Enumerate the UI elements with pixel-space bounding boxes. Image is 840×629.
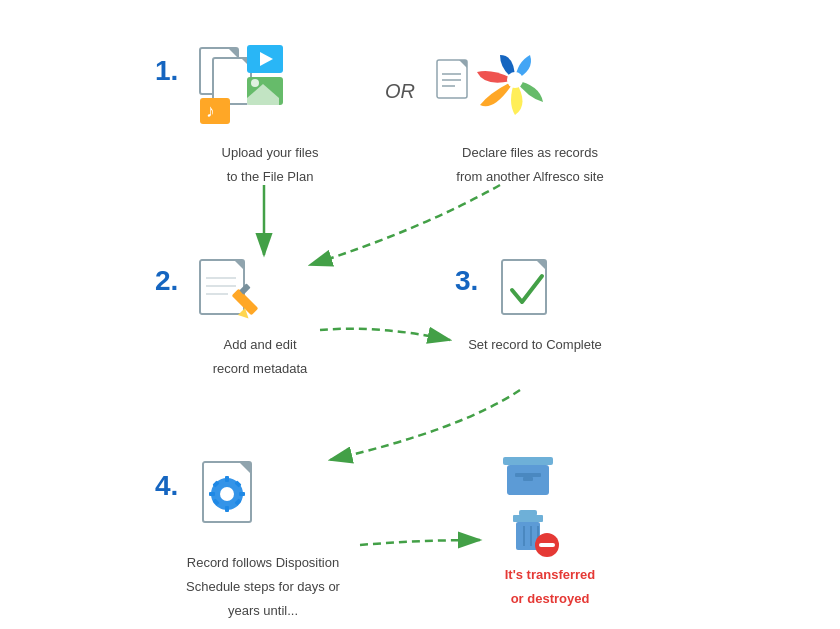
step2-caption: Add and edit record metadata	[195, 330, 325, 378]
step3-caption: Set record to Complete	[455, 330, 615, 354]
svg-rect-12	[200, 98, 230, 124]
svg-rect-47	[513, 515, 543, 522]
svg-point-10	[251, 79, 259, 87]
svg-rect-37	[239, 492, 245, 496]
svg-rect-53	[539, 543, 555, 547]
step4-icon-area	[195, 460, 270, 536]
diagram-container: 1. ♪ Upload your files to the File Plan	[0, 0, 840, 629]
svg-rect-44	[515, 473, 541, 477]
step4-caption: Record follows Disposition Schedule step…	[163, 548, 363, 621]
step1-icon-area: ♪	[195, 40, 290, 129]
transferred-caption: It's transferred or destroyed	[490, 560, 610, 608]
step4-label: 4.	[155, 470, 178, 502]
step2-icon-area	[198, 258, 273, 327]
svg-rect-34	[225, 476, 229, 482]
svg-rect-28	[502, 260, 546, 314]
arrows-overlay	[0, 0, 840, 629]
svg-rect-35	[225, 506, 229, 512]
svg-point-19	[507, 72, 523, 88]
declare-icon-area	[435, 40, 565, 134]
svg-rect-5	[213, 58, 251, 104]
svg-rect-42	[503, 457, 553, 465]
svg-rect-45	[523, 477, 533, 481]
svg-point-33	[220, 487, 234, 501]
or-label: OR	[385, 80, 415, 103]
step3-label: 3.	[455, 265, 478, 297]
svg-rect-20	[200, 260, 244, 314]
step1-caption: Upload your files to the File Plan	[205, 138, 335, 186]
svg-rect-36	[209, 492, 215, 496]
step3-icon-area	[500, 258, 570, 327]
svg-text:♪: ♪	[206, 101, 215, 121]
svg-rect-14	[437, 60, 467, 98]
step1-label: 1.	[155, 55, 178, 87]
step2-label: 2.	[155, 265, 178, 297]
declare-caption: Declare files as records from another Al…	[445, 138, 615, 186]
